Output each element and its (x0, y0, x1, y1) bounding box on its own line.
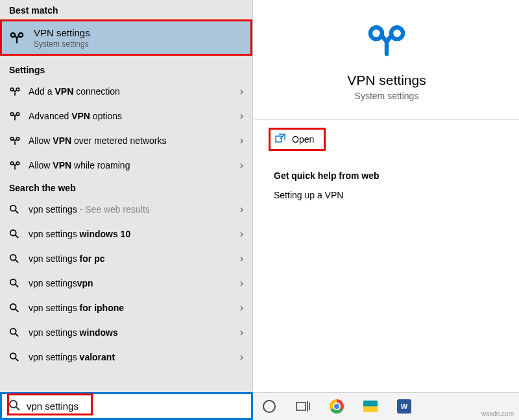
cortana-icon[interactable] (261, 398, 278, 415)
search-icon (9, 303, 23, 313)
svg-rect-21 (296, 402, 306, 410)
search-icon (9, 204, 23, 215)
settings-item[interactable]: Advanced VPN options› (0, 104, 252, 128)
search-icon (9, 278, 23, 288)
search-icon (9, 253, 23, 264)
vpn-icon-large (254, 19, 519, 61)
chevron-right-icon: › (240, 159, 243, 171)
best-match-vpn-settings[interactable]: VPN settings System settings (0, 19, 252, 56)
vpn-icon (9, 30, 25, 45)
vpn-icon (9, 86, 23, 97)
best-match-title: VPN settings (34, 27, 90, 38)
web-result-item[interactable]: vpn settings for pc› (0, 246, 252, 271)
svg-point-11 (10, 230, 16, 236)
taskbar: W (253, 392, 519, 420)
preview-header: VPN settings System settings (254, 19, 519, 101)
chrome-icon[interactable] (328, 398, 345, 415)
search-web-header: Search the web (0, 178, 252, 197)
chevron-right-icon: › (240, 86, 243, 97)
preview-panel: VPN settings System settings Open Get qu… (254, 0, 519, 392)
svg-point-8 (10, 162, 14, 165)
best-match-text: VPN settings System settings (34, 27, 90, 49)
settings-item[interactable]: Allow VPN over metered networks› (0, 128, 252, 153)
svg-point-15 (10, 329, 16, 334)
search-icon (9, 352, 23, 362)
web-result-item[interactable]: vpn settings for iphone› (0, 296, 252, 320)
web-result-item[interactable]: vpn settings windows 10› (0, 222, 252, 246)
svg-point-3 (16, 88, 19, 91)
svg-point-5 (16, 113, 19, 116)
best-match-subtitle: System settings (34, 40, 90, 49)
web-results-list: vpn settings - See web results›vpn setti… (0, 197, 252, 369)
search-input[interactable] (27, 401, 245, 412)
search-box[interactable] (0, 392, 253, 420)
svg-point-10 (10, 205, 16, 211)
help-link-setting-up-vpn[interactable]: Setting up a VPN (274, 190, 519, 200)
web-result-item[interactable]: vpn settings windows› (0, 320, 252, 345)
svg-point-0 (11, 33, 15, 37)
quick-help-header: Get quick help from web (274, 170, 519, 181)
chevron-right-icon: › (240, 110, 243, 122)
settings-item[interactable]: Allow VPN while roaming› (0, 153, 252, 178)
web-result-item[interactable]: vpn settings valorant› (0, 345, 252, 369)
web-result-label: vpn settingsvpn (23, 278, 240, 288)
best-match-header: Best match (0, 0, 252, 19)
svg-point-6 (10, 137, 14, 141)
chevron-right-icon: › (240, 204, 243, 215)
open-label: Open (292, 134, 314, 145)
preview-title: VPN settings (254, 73, 519, 88)
chevron-right-icon: › (240, 277, 243, 289)
watermark: wsxdn.com (481, 410, 514, 417)
chevron-right-icon: › (240, 327, 243, 338)
chevron-right-icon: › (240, 302, 243, 314)
svg-point-14 (10, 304, 16, 310)
file-explorer-icon[interactable] (362, 398, 379, 415)
divider (254, 119, 519, 120)
web-result-label: vpn settings windows (23, 327, 240, 338)
open-icon (275, 134, 285, 146)
search-icon (8, 399, 20, 413)
task-view-icon[interactable] (295, 398, 311, 415)
vpn-icon (9, 110, 23, 122)
svg-point-4 (10, 113, 14, 116)
svg-point-1 (19, 33, 23, 37)
svg-point-7 (16, 137, 19, 141)
svg-point-12 (10, 255, 16, 261)
open-button[interactable]: Open (269, 128, 326, 151)
settings-item[interactable]: Add a VPN connection› (0, 79, 252, 104)
web-result-label: vpn settings windows 10 (23, 229, 240, 239)
chevron-right-icon: › (240, 253, 243, 264)
web-result-label: vpn settings for pc (23, 253, 240, 264)
web-result-item[interactable]: vpn settings - See web results› (0, 197, 252, 222)
settings-header: Settings (0, 60, 252, 79)
chevron-right-icon: › (240, 135, 243, 146)
vpn-icon (9, 135, 23, 146)
settings-item-label: Allow VPN over metered networks (23, 135, 240, 146)
web-result-label: vpn settings - See web results (23, 204, 240, 215)
settings-item-label: Advanced VPN options (23, 111, 240, 121)
chevron-right-icon: › (240, 351, 243, 363)
search-icon (9, 229, 23, 239)
web-result-label: vpn settings valorant (23, 352, 240, 362)
search-results-panel: Best match VPN settings System settings … (0, 0, 253, 392)
web-result-label: vpn settings for iphone (23, 303, 240, 313)
chevron-right-icon: › (240, 228, 243, 240)
svg-point-2 (10, 88, 14, 91)
search-icon (9, 327, 23, 338)
settings-list: Add a VPN connection›Advanced VPN option… (0, 79, 252, 178)
svg-point-9 (16, 162, 19, 165)
vpn-icon (9, 159, 23, 171)
web-result-item[interactable]: vpn settingsvpn› (0, 271, 252, 296)
word-icon[interactable]: W (396, 398, 413, 415)
svg-point-16 (10, 353, 16, 359)
settings-item-label: Add a VPN connection (23, 86, 240, 97)
svg-point-13 (10, 279, 16, 285)
svg-rect-19 (276, 136, 282, 142)
svg-point-20 (10, 401, 17, 408)
settings-item-label: Allow VPN while roaming (23, 160, 240, 170)
preview-subtitle: System settings (254, 91, 519, 101)
